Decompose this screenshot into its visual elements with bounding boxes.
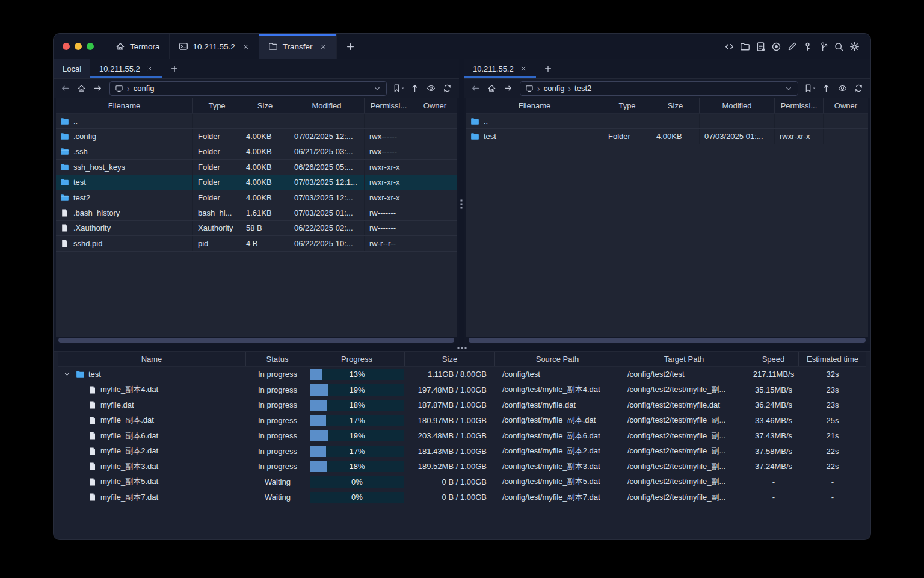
file-row[interactable]: .XauthorityXauthority58 B06/22/2025 02:.…: [56, 221, 457, 236]
file-row[interactable]: testFolder4.00KB07/03/2025 12:1...rwxr-x…: [56, 175, 457, 190]
file-row[interactable]: test2Folder4.00KB07/03/2025 12:...rwxr-x…: [56, 190, 457, 205]
home-button[interactable]: [74, 81, 89, 96]
column-header-filename[interactable]: Filename: [56, 98, 193, 113]
column-header-permissi[interactable]: Permissi...: [365, 98, 413, 113]
panel-new-tab-button[interactable]: [162, 59, 186, 78]
pencil-icon[interactable]: [784, 39, 799, 54]
bookmark-button[interactable]: [802, 81, 818, 96]
panel-tab-10-211-55-2[interactable]: 10.211.55.2: [464, 59, 536, 78]
file-row[interactable]: ..: [56, 114, 457, 129]
bookmark-button[interactable]: [391, 81, 406, 96]
column-header-owner[interactable]: Owner: [413, 98, 457, 113]
zoom-window-button[interactable]: [87, 43, 94, 50]
back-button[interactable]: [468, 81, 483, 96]
gear-icon[interactable]: [846, 39, 862, 54]
code-icon[interactable]: [721, 39, 737, 54]
transfer-row[interactable]: myfile_副本6.datIn progress19%203.48MB / 1…: [58, 428, 866, 444]
horizontal-splitter[interactable]: [54, 344, 870, 352]
record-icon[interactable]: [768, 39, 784, 54]
column-header-owner[interactable]: Owner: [824, 98, 868, 113]
column-header-source-path[interactable]: Source Path: [495, 352, 620, 366]
search-icon[interactable]: [831, 39, 846, 54]
transfer-row[interactable]: myfile_副本5.datWaiting0%0 B / 1.00GB/conf…: [58, 474, 866, 490]
vertical-splitter[interactable]: [459, 59, 464, 344]
file-row[interactable]: .configFolder4.00KB07/02/2025 12:...rwx-…: [56, 129, 457, 144]
transfer-name: test: [88, 370, 101, 379]
path-dropdown-chevron-icon[interactable]: [373, 84, 381, 93]
column-header-speed[interactable]: Speed: [748, 352, 799, 366]
column-header-estimated-time[interactable]: Estimated time: [799, 352, 866, 366]
breadcrumb-segment[interactable]: test2: [574, 84, 591, 93]
column-header-modified[interactable]: Modified: [289, 98, 365, 113]
close-window-button[interactable]: [63, 43, 70, 50]
column-header-type[interactable]: Type: [603, 98, 651, 113]
file-row[interactable]: sshd.pidpid4 B06/22/2025 10:...rw-r--r--: [56, 236, 457, 251]
transfer-row[interactable]: myfile_副本.datIn progress17%180.97MB / 1.…: [58, 413, 866, 429]
file-row[interactable]: testFolder4.00KB07/03/2025 01:...rwxr-xr…: [466, 129, 868, 144]
column-header-target-path[interactable]: Target Path: [620, 352, 748, 366]
panel-tab-10-211-55-2[interactable]: 10.211.55.2: [90, 59, 162, 78]
path-dropdown-chevron-icon[interactable]: [784, 84, 793, 93]
file-row[interactable]: ..: [466, 114, 868, 129]
transfer-row[interactable]: myfile_副本2.datIn progress17%181.43MB / 1…: [58, 444, 866, 459]
column-header-size[interactable]: Size: [405, 352, 495, 366]
column-header-size[interactable]: Size: [241, 98, 289, 113]
file-row[interactable]: .bash_historybash_hi...1.61KB07/03/2025 …: [56, 205, 457, 220]
column-header-permissi[interactable]: Permissi...: [775, 98, 824, 113]
file-row[interactable]: ssh_host_keysFolder4.00KB06/26/2025 05:.…: [56, 160, 457, 175]
breadcrumb-segment[interactable]: config: [544, 84, 565, 93]
tab-close-icon[interactable]: [319, 43, 327, 51]
minimize-window-button[interactable]: [75, 43, 82, 50]
file-modified-cell: [289, 114, 365, 128]
back-button[interactable]: [58, 81, 73, 96]
new-tab-button[interactable]: [336, 34, 364, 59]
column-header-filename[interactable]: Filename: [466, 98, 603, 113]
forward-button[interactable]: [500, 81, 516, 96]
log-icon[interactable]: [753, 39, 768, 54]
tab-close-icon[interactable]: [242, 43, 250, 51]
column-header-modified[interactable]: Modified: [700, 98, 775, 113]
expand-chevron-icon[interactable]: [61, 370, 72, 378]
file-owner-cell: [413, 236, 457, 250]
title-tab-transfer[interactable]: Transfer: [259, 34, 336, 59]
transfer-row[interactable]: myfile_副本7.datWaiting0%0 B / 1.00GB/conf…: [58, 489, 866, 505]
forward-button[interactable]: [90, 81, 105, 96]
home-button[interactable]: [484, 81, 499, 96]
column-header-progress[interactable]: Progress: [309, 352, 405, 366]
title-tab-termora[interactable]: Termora: [106, 34, 169, 59]
path-input[interactable]: ›config: [109, 81, 387, 96]
column-header-size[interactable]: Size: [651, 98, 700, 113]
scrollbar-thumb[interactable]: [469, 338, 866, 343]
path-input[interactable]: ›config›test2: [520, 81, 798, 96]
column-header-type[interactable]: Type: [193, 98, 241, 113]
title-tab-10-211-55-2[interactable]: 10.211.55.2: [169, 34, 259, 59]
panel-new-tab-button[interactable]: [536, 59, 560, 78]
refresh-button[interactable]: [851, 81, 866, 96]
transfer-eta: 25s: [799, 413, 866, 429]
file-icon: [88, 493, 97, 502]
transfer-row[interactable]: myfile.datIn progress18%187.87MB / 1.00G…: [58, 397, 866, 413]
bookmark-dropdown-icon[interactable]: [400, 85, 405, 91]
tab-close-icon[interactable]: [146, 65, 153, 72]
breadcrumb-segment[interactable]: config: [134, 84, 155, 93]
show-hidden-button[interactable]: [835, 81, 850, 96]
transfer-row[interactable]: testIn progress13%1.11GB / 8.00GB/config…: [58, 367, 866, 382]
upload-button[interactable]: [819, 81, 834, 96]
branch-icon[interactable]: [815, 39, 831, 54]
transfer-row[interactable]: myfile_副本3.datIn progress18%189.52MB / 1…: [58, 459, 866, 474]
scrollbar-thumb[interactable]: [58, 338, 454, 343]
column-header-status[interactable]: Status: [246, 352, 309, 366]
left-horizontal-scrollbar[interactable]: [56, 337, 457, 344]
folder-line-icon[interactable]: [737, 39, 753, 54]
panel-tab-local[interactable]: Local: [54, 59, 90, 78]
file-row[interactable]: .sshFolder4.00KB06/21/2025 03:...rwx----…: [56, 144, 457, 160]
upload-button[interactable]: [407, 81, 422, 96]
bookmark-dropdown-icon[interactable]: [812, 85, 817, 91]
show-hidden-button[interactable]: [424, 81, 439, 96]
key-icon[interactable]: [799, 39, 815, 54]
tab-close-icon[interactable]: [520, 65, 527, 72]
column-header-name[interactable]: Name: [58, 352, 246, 366]
transfer-row[interactable]: myfile_副本4.datIn progress19%197.48MB / 1…: [58, 382, 866, 398]
right-horizontal-scrollbar[interactable]: [466, 337, 868, 344]
refresh-button[interactable]: [440, 81, 455, 96]
